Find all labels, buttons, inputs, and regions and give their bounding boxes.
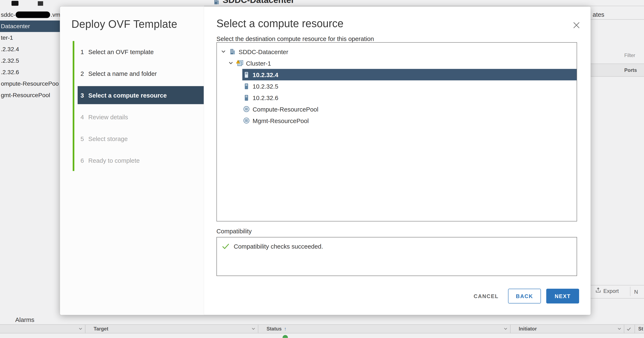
tree-item-label: 10.2.32.5 [252,83,278,90]
step-number: 4 [80,114,88,121]
compatibility-heading: Compatibility [216,227,252,234]
wizard-step-4-review-details: 4 Review details [78,106,204,128]
host-icon [242,71,250,78]
tree-item-sddc-datacenter[interactable]: SDDC-Datacenter [221,46,577,57]
step-number: 2 [80,70,88,77]
step-number: 1 [80,48,88,55]
tree-item-label: Mgmt-ResourcePool [252,117,308,124]
vsphere-client: SDDC-Datacenter sddc-.vmw Datacenter ter… [0,0,644,338]
tree-item-label: 10.2.32.4 [252,71,278,78]
tree-item-compute-resourcepool[interactable]: Compute-ResourcePool [242,103,577,115]
tree-item-label: SDDC-Datacenter [239,48,288,55]
success-check-icon [222,243,229,249]
svg-text:!: ! [237,60,238,63]
wizard-step-6-ready-to-complete: 6 Ready to complete [78,150,204,171]
step-label: Ready to complete [88,157,140,164]
wizard-step-3-select-compute-resource[interactable]: 3 Select a compute resource [78,86,204,104]
tree-item-host-10-2-32-4[interactable]: 10.2.32.4 [242,69,577,80]
step-number: 6 [80,157,88,164]
step-page-title: Select a compute resource [216,17,344,30]
compute-resource-tree[interactable]: SDDC-Datacenter ! Cluster-1 10.2.32.4 10… [216,42,577,221]
tree-item-mgmt-resourcepool[interactable]: Mgmt-ResourcePool [242,115,577,126]
wizard-progress-bar [72,41,74,171]
cancel-button[interactable]: CANCEL [470,289,503,304]
tree-item-label: Cluster-1 [246,60,271,67]
wizard-step-2-select-name-folder[interactable]: 2 Select a name and folder [78,63,204,84]
tree-item-cluster-1[interactable]: ! Cluster-1 [228,57,577,69]
cluster-warning-icon: ! [236,60,244,67]
tree-item-label: Compute-ResourcePool [252,106,318,112]
host-icon [242,94,250,101]
wizard-steps-panel: Deploy OVF Template 1 Select an OVF temp… [60,6,204,315]
close-button[interactable] [572,20,581,29]
screenshot-root: SDDC-Datacenter sddc-.vmw Datacenter ter… [0,0,644,338]
datacenter-icon [228,48,236,55]
step-label: Select an OVF template [88,48,154,55]
step-label: Select a name and folder [88,70,157,77]
wizard-step-5-select-storage: 5 Select storage [78,128,204,150]
tree-item-host-10-2-32-6[interactable]: 10.2.32.6 [242,92,577,103]
step-label: Review details [88,114,128,121]
step-number: 5 [80,135,88,142]
compatibility-message: Compatibility checks succeeded. [234,243,323,250]
compatibility-box: Compatibility checks succeeded. [216,237,577,276]
host-icon [242,83,250,90]
step-label: Select a compute resource [88,92,167,99]
chevron-down-icon[interactable] [221,49,228,54]
deploy-ovf-template-dialog: Deploy OVF Template 1 Select an OVF temp… [60,6,591,315]
resource-pool-icon [242,106,250,112]
back-button[interactable]: BACK [508,289,541,304]
step-label: Select storage [88,135,128,142]
tree-item-label: 10.2.32.6 [252,94,278,101]
step-number: 3 [80,92,88,99]
chevron-down-icon[interactable] [228,61,236,66]
resource-pool-icon [242,117,250,124]
step-page-subtitle: Select the destination compute resource … [216,35,374,42]
wizard-footer: CANCEL BACK NEXT [470,289,579,304]
wizard-step-1-select-ovf-template[interactable]: 1 Select an OVF template [78,41,204,63]
tree-item-host-10-2-32-5[interactable]: 10.2.32.5 [242,80,577,92]
close-icon [573,21,580,28]
wizard-steps-list: 1 Select an OVF template 2 Select a name… [78,41,204,171]
wizard-content-panel: Select a compute resource Select the des… [204,6,591,315]
wizard-title: Deploy OVF Template [72,18,178,31]
next-button[interactable]: NEXT [546,289,579,304]
